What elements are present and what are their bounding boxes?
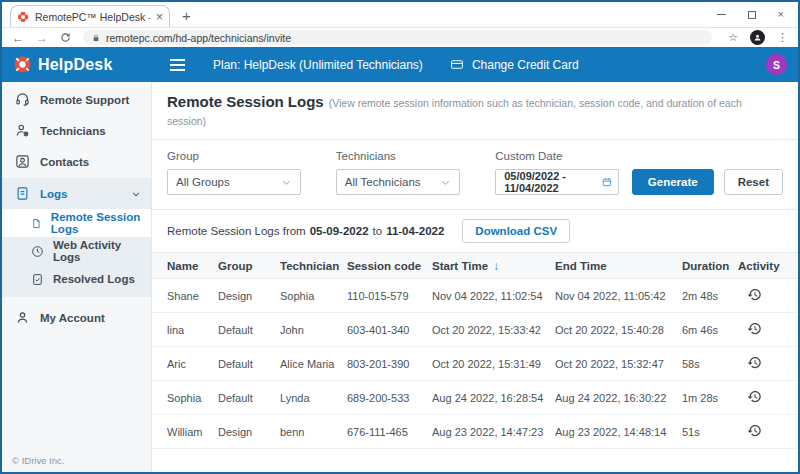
history-icon[interactable]	[747, 389, 762, 404]
table-row: lina Default John 603-401-340 Oct 20 202…	[152, 313, 798, 347]
close-button[interactable]: ×	[778, 9, 784, 20]
logs-icon	[15, 186, 30, 201]
sidebar: Remote Support Technicians Contacts Logs…	[2, 82, 152, 472]
cell-group: Design	[218, 426, 280, 438]
helpdesk-logo[interactable]: HelpDesk	[2, 55, 152, 74]
col-header-name[interactable]: Name	[167, 260, 218, 272]
download-csv-button[interactable]: Download CSV	[462, 219, 570, 243]
cell-start-time: Nov 04 2022, 11:02:54	[432, 290, 555, 302]
chevron-down-icon	[131, 189, 141, 199]
cell-session-code: 803-201-390	[347, 358, 432, 370]
sidebar-item-resolved-logs[interactable]: Resolved Logs	[2, 265, 151, 293]
sort-descending-icon[interactable]: ↓	[493, 259, 499, 273]
history-icon[interactable]	[747, 423, 762, 438]
generate-button[interactable]: Generate	[632, 169, 714, 195]
sidebar-item-technicians[interactable]: Technicians	[2, 115, 151, 146]
chevron-down-icon	[281, 177, 292, 188]
page-title: Remote Session Logs	[167, 93, 324, 110]
table-row: Aric Default Alice Maria 803-201-390 Oct…	[152, 347, 798, 381]
page-header: Remote Session Logs(View remote session …	[152, 82, 798, 140]
plan-label: Plan: HelpDesk (Unlimited Technicians)	[213, 58, 423, 72]
col-header-duration[interactable]: Duration	[682, 260, 738, 272]
custom-date-label: Custom Date	[495, 150, 619, 162]
cell-session-code: 689-200-533	[347, 392, 432, 404]
summary-prefix: Remote Session Logs from	[167, 225, 306, 237]
sidebar-logs-group: Logs Remote Session Logs Web Activity Lo…	[2, 178, 151, 297]
cell-duration: 1m 28s	[682, 392, 738, 404]
col-header-start-time[interactable]: Start Time↓	[432, 259, 555, 273]
url-text: remotepc.com/hd-app/technicians/invite	[106, 32, 291, 44]
minimize-button[interactable]	[717, 14, 726, 15]
col-header-session-code[interactable]: Session code	[347, 260, 432, 272]
calendar-icon[interactable]	[602, 176, 612, 188]
contacts-icon	[15, 154, 30, 169]
cell-technician: benn	[280, 426, 347, 438]
cell-start-time: Aug 23 2022, 14:47:23	[432, 426, 555, 438]
cell-duration: 6m 46s	[682, 324, 738, 336]
cell-group: Default	[218, 358, 280, 370]
favicon-lifebuoy-icon	[17, 11, 29, 23]
sidebar-item-logs[interactable]: Logs	[2, 178, 151, 209]
col-header-activity[interactable]: Activity	[738, 260, 783, 272]
summary-from-date: 05-09-2022	[310, 225, 369, 237]
sidebar-item-remote-session-logs[interactable]: Remote Session Logs	[2, 209, 151, 237]
cell-start-time: Aug 24 2022, 16:28:54	[432, 392, 555, 404]
sidebar-item-remote-support[interactable]: Remote Support	[2, 84, 151, 115]
cell-name: lina	[167, 324, 218, 336]
date-range-input[interactable]: 05/09/2022 - 11/04/2022	[495, 169, 619, 195]
table-header-row: Name Group Technician Session code Start…	[152, 252, 798, 279]
menu-hamburger-icon[interactable]	[170, 59, 185, 71]
copyright-text: © IDrive Inc.	[12, 455, 64, 466]
cell-session-code: 603-401-340	[347, 324, 432, 336]
cell-start-time: Oct 20 2022, 15:33:42	[432, 324, 555, 336]
new-tab-button[interactable]: +	[182, 7, 191, 24]
credit-card-icon	[449, 58, 465, 71]
browser-profile-avatar[interactable]	[750, 30, 765, 45]
technicians-select[interactable]: All Technicians	[336, 169, 461, 195]
reload-icon[interactable]	[60, 32, 71, 43]
col-header-end-time[interactable]: End Time	[555, 260, 682, 272]
table-row: William Design benn 676-111-465 Aug 23 2…	[152, 415, 798, 449]
browser-menu-icon[interactable]: ⋮	[777, 31, 788, 44]
session-log-icon	[31, 217, 42, 230]
address-bar[interactable]: remotepc.com/hd-app/technicians/invite	[83, 30, 712, 45]
resolved-log-icon	[31, 273, 44, 286]
history-icon[interactable]	[747, 287, 762, 302]
col-header-technician[interactable]: Technician	[280, 260, 347, 272]
browser-tab[interactable]: RemotePC™ HelpDesk - Remote ×	[10, 5, 170, 27]
history-icon[interactable]	[747, 321, 762, 336]
user-avatar[interactable]: S	[766, 54, 787, 75]
cell-group: Default	[218, 324, 280, 336]
person-icon	[753, 33, 762, 42]
table-row: Shane Design Sophia 110-015-579 Nov 04 2…	[152, 279, 798, 313]
sidebar-item-web-activity-logs[interactable]: Web Activity Logs	[2, 237, 151, 265]
cell-end-time: Oct 20 2022, 15:32:47	[555, 358, 682, 370]
tab-title: RemotePC™ HelpDesk - Remote	[35, 11, 150, 23]
cell-end-time: Aug 24 2022, 16:30:22	[555, 392, 682, 404]
maximize-button[interactable]	[748, 11, 756, 19]
group-select[interactable]: All Groups	[167, 169, 301, 195]
chevron-down-icon	[440, 177, 451, 188]
filters-bar: Group All Groups Technicians All Technic…	[152, 140, 798, 210]
bookmark-star-icon[interactable]: ☆	[728, 31, 738, 44]
cell-duration: 58s	[682, 358, 738, 370]
sidebar-item-contacts[interactable]: Contacts	[2, 146, 151, 177]
back-icon[interactable]: ←	[12, 32, 24, 44]
cell-group: Default	[218, 392, 280, 404]
cell-duration: 51s	[682, 426, 738, 438]
history-icon[interactable]	[747, 355, 762, 370]
reset-button[interactable]: Reset	[724, 169, 783, 195]
browser-window: RemotePC™ HelpDesk - Remote × + × ← → re…	[0, 0, 800, 474]
cell-technician: Lynda	[280, 392, 347, 404]
summary-row: Remote Session Logs from 05-09-2022 to 1…	[152, 210, 798, 252]
cell-name: William	[167, 426, 218, 438]
tab-close-icon[interactable]: ×	[156, 11, 163, 23]
cell-session-code: 676-111-465	[347, 426, 432, 438]
technicians-icon	[15, 123, 30, 138]
change-credit-card-button[interactable]: Change Credit Card	[449, 58, 579, 72]
forward-icon[interactable]: →	[36, 32, 48, 44]
headset-icon	[15, 92, 30, 107]
col-header-group[interactable]: Group	[218, 260, 280, 272]
cell-end-time: Nov 04 2022, 11:05:42	[555, 290, 682, 302]
sidebar-item-my-account[interactable]: My Account	[2, 302, 151, 333]
